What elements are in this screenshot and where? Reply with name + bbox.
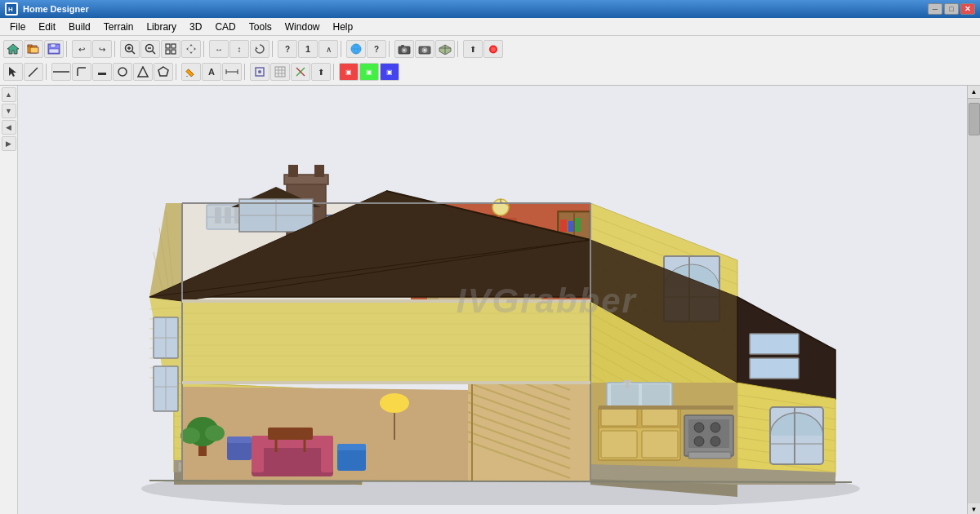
tb-help2-btn[interactable]: ? <box>367 40 386 58</box>
svg-rect-8 <box>49 49 59 53</box>
svg-point-32 <box>424 49 426 51</box>
left-btn-1[interactable]: ▲ <box>2 87 16 102</box>
svg-rect-227 <box>794 407 795 464</box>
right-scrollbar[interactable]: ▲ ▼ <box>967 86 980 514</box>
menu-cad[interactable]: CAD <box>208 20 242 34</box>
svg-rect-209 <box>288 165 298 177</box>
tb-draw-btn[interactable] <box>24 63 43 81</box>
svg-line-10 <box>132 51 136 55</box>
tb-zoom-in-btn[interactable] <box>120 40 140 58</box>
toolbar-area: ↩ ↪ ↔ ↕ ? 1 ∧ ? ⬆ ▬ A <box>0 36 980 86</box>
svg-rect-216 <box>750 334 799 354</box>
menu-library[interactable]: Library <box>140 20 183 34</box>
canvas-area[interactable]: IVGrabber <box>18 86 967 514</box>
tb-sep-11 <box>333 64 336 80</box>
svg-rect-102 <box>321 436 333 472</box>
svg-point-111 <box>205 425 225 441</box>
tb-num1-btn[interactable]: 1 <box>298 40 318 58</box>
svg-marker-21 <box>186 47 196 51</box>
tb-cam-btn[interactable] <box>394 40 414 58</box>
tb-text-btn[interactable]: A <box>202 63 221 81</box>
tb-ref-btn[interactable] <box>250 40 270 58</box>
menu-window[interactable]: Window <box>278 20 327 34</box>
tb-line-btn[interactable] <box>51 63 71 81</box>
tb-record-btn[interactable] <box>483 40 503 58</box>
menu-3d[interactable]: 3D <box>183 20 208 34</box>
svg-line-39 <box>29 68 38 76</box>
svg-point-42 <box>118 68 127 76</box>
menu-build[interactable]: Build <box>62 20 97 34</box>
main-area: ▲ ▼ ◀ ▶ <box>0 86 980 514</box>
tb-triangle-btn[interactable] <box>133 63 153 81</box>
tb-fit-btn[interactable] <box>161 40 180 58</box>
menu-file[interactable]: File <box>3 20 32 34</box>
scroll-down-arrow[interactable]: ▼ <box>968 503 980 514</box>
tb-chevron-btn[interactable]: ∧ <box>318 40 338 58</box>
tb-sep-10 <box>244 64 247 80</box>
svg-point-238 <box>694 423 704 432</box>
left-btn-3[interactable]: ◀ <box>2 120 16 135</box>
tb-pan-btn[interactable] <box>181 40 201 58</box>
tb-redo-btn[interactable]: ↪ <box>92 40 112 58</box>
svg-rect-232 <box>601 409 637 426</box>
close-button[interactable]: ✕ <box>960 3 975 15</box>
tb-undo-btn[interactable]: ↩ <box>72 40 91 58</box>
minimize-button[interactable]: ─ <box>928 3 942 15</box>
left-panel: ▲ ▼ ◀ ▶ <box>0 86 18 514</box>
scroll-thumb[interactable] <box>969 103 980 135</box>
svg-marker-2 <box>7 44 19 54</box>
menu-tools[interactable]: Tools <box>243 20 278 34</box>
tb-poly-btn[interactable] <box>154 63 173 81</box>
tb-sep-3 <box>203 41 207 57</box>
tb-select-btn[interactable] <box>3 63 23 81</box>
tb-map-btn[interactable] <box>346 40 366 58</box>
svg-marker-168 <box>149 203 182 297</box>
tb-layer3-btn[interactable]: ▣ <box>380 63 399 81</box>
tb-ortho-btn[interactable] <box>291 63 310 81</box>
menu-help[interactable]: Help <box>326 20 359 34</box>
svg-text:H: H <box>8 6 13 13</box>
tb-snap-btn[interactable] <box>250 63 270 81</box>
tb-sep-8 <box>46 64 49 80</box>
restore-button[interactable]: □ <box>944 3 959 15</box>
svg-rect-17 <box>172 44 176 48</box>
tb-cam2-btn[interactable] <box>415 40 434 58</box>
left-btn-4[interactable]: ▶ <box>2 136 16 151</box>
tb-save-btn[interactable] <box>44 40 64 58</box>
svg-rect-112 <box>337 448 366 471</box>
svg-rect-56 <box>275 67 285 77</box>
tb-sep-6 <box>389 41 392 57</box>
svg-rect-107 <box>227 436 252 443</box>
svg-rect-245 <box>642 384 670 405</box>
tb-open-btn[interactable] <box>24 40 43 58</box>
tb-zoom-out-btn[interactable] <box>140 40 160 58</box>
svg-rect-103 <box>268 428 313 440</box>
tb-pencil-btn[interactable] <box>181 63 201 81</box>
tb-arrow-up2-btn[interactable]: ⬆ <box>311 63 331 81</box>
scroll-up-arrow[interactable]: ▲ <box>968 86 980 99</box>
tb-sep-5 <box>341 41 344 57</box>
left-btn-2[interactable]: ▼ <box>2 104 16 118</box>
menu-terrain[interactable]: Terrain <box>97 20 140 34</box>
tb-sep-4 <box>272 41 275 57</box>
tb-home-btn[interactable] <box>3 40 23 58</box>
tb-circle-btn[interactable] <box>113 63 132 81</box>
app-icon: H <box>5 2 18 16</box>
tb-dim-btn[interactable] <box>222 63 242 81</box>
menu-bar: File Edit Build Terrain Library 3D CAD T… <box>0 18 980 36</box>
tb-help-btn[interactable]: ? <box>278 40 297 58</box>
svg-line-14 <box>153 51 156 55</box>
svg-rect-4 <box>28 45 32 47</box>
tb-sep-9 <box>176 64 179 80</box>
tb-corner-btn[interactable] <box>72 63 91 81</box>
tb-layer2-btn[interactable]: ▣ <box>359 63 379 81</box>
tb-flip-btn[interactable]: ↕ <box>229 40 249 58</box>
tb-rotate-btn[interactable]: ↔ <box>209 40 229 58</box>
tb-sep-7 <box>457 41 461 57</box>
tb-3d-btn[interactable] <box>435 40 455 58</box>
tb-layer1-btn[interactable]: ▣ <box>339 63 359 81</box>
tb-arrow-up-btn[interactable]: ⬆ <box>463 40 483 58</box>
tb-rect-btn[interactable]: ▬ <box>92 63 112 81</box>
tb-grid-btn[interactable] <box>270 63 290 81</box>
menu-edit[interactable]: Edit <box>32 20 62 34</box>
